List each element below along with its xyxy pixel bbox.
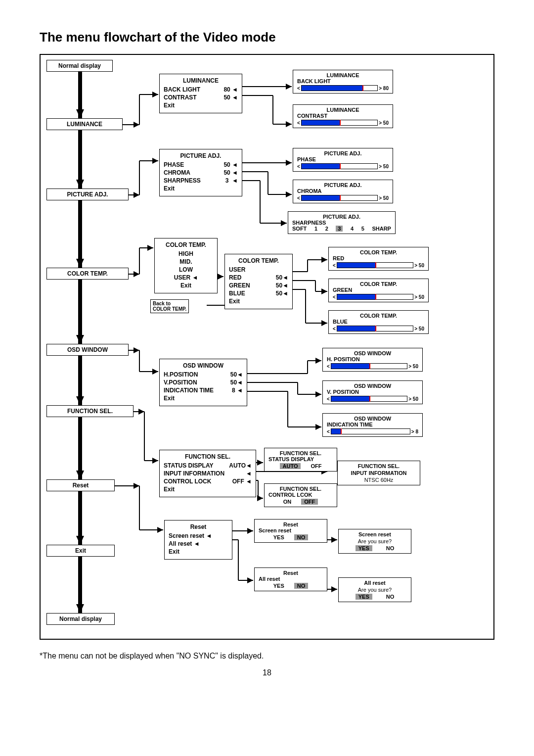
input-info-panel: FUNCTION SEL. INPUT INFORMATION NTSC 60H… — [337, 461, 420, 485]
luminance-exit: Exit — [164, 102, 175, 109]
colortemp-user-menu: COLOR TEMP. USER RED50◄ GREEN50◄ BLUE50◄… — [224, 254, 293, 309]
function-menu: FUNCTION SEL. STATUS DISPLAYAUTO◄ INPUT … — [159, 450, 256, 497]
svg-marker-1 — [76, 109, 84, 118]
page-title: The menu flowchart of the Video mode — [40, 30, 494, 45]
svg-marker-5 — [76, 396, 84, 405]
picture-adj-box: PICTURE ADJ. — [46, 189, 129, 200]
svg-marker-3 — [76, 259, 84, 268]
screen-reset-confirm: Reset Screen reset YESNO — [254, 519, 327, 543]
color-temp-box: COLOR TEMP. — [46, 268, 129, 280]
gauge-indication: OSD WINDOW INDICATION TIME <> 8 — [322, 413, 423, 437]
luminance-menu-header: LUMINANCE — [164, 77, 238, 84]
exit-box: Exit — [46, 545, 115, 557]
luminance-box: LUMINANCE — [46, 118, 123, 130]
osd-menu: OSD WINDOW H.POSITION50◄ V.POSITION50◄ I… — [159, 359, 247, 406]
gauge-green: COLOR TEMP. GREEN <> 50 — [328, 279, 429, 302]
osd-window-box: OSD WINDOW — [46, 344, 129, 356]
screen-reset-sure: Screen reset Are you sure? YESNO — [338, 529, 411, 554]
function-sel-box: FUNCTION SEL. — [46, 405, 134, 417]
svg-marker-4 — [76, 335, 84, 344]
gauge-hpos: OSD WINDOW H. POSITION <> 50 — [322, 348, 423, 372]
gauge-blue: COLOR TEMP. BLUE <> 50 — [328, 310, 429, 334]
footnote: *The menu can not be displayed when "NO … — [40, 652, 494, 661]
backlight-label: BACK LIGHT — [164, 86, 200, 93]
reset-menu: Reset Screen reset ◄ All reset ◄ Exit — [164, 520, 232, 560]
luminance-menu: LUMINANCE BACK LIGHT80 ◄ CONTRAST50 ◄ Ex… — [159, 74, 242, 113]
status-display-opt: FUNCTION SEL. STATUS DISPLAY AUTOOFF — [264, 448, 337, 472]
flowchart-container: Normal display LUMINANCE PICTURE ADJ. CO… — [40, 54, 494, 640]
gauge-phase: PICTURE ADJ. PHASE <> 50 — [293, 148, 393, 172]
colortemp-menu: COLOR TEMP. HIGH MID. LOW USER ◄ Exit — [154, 238, 218, 293]
start-box: Normal display — [46, 60, 113, 72]
backlight-val: 80 ◄ — [223, 86, 238, 93]
picture-menu: PICTURE ADJ. PHASE50 ◄ CHROMA50 ◄ SHARPN… — [159, 149, 242, 196]
contrast-label: CONTRAST — [164, 94, 197, 101]
gauge-chroma: PICTURE ADJ. CHROMA <> 50 — [293, 180, 393, 203]
svg-marker-6 — [76, 471, 84, 479]
contrast-val: 50 ◄ — [223, 94, 238, 101]
sharpness-panel: PICTURE ADJ. SHARPNESS SOFT 1 2 3 4 5 SH… — [288, 211, 396, 234]
gauge-contrast: LUMINANCE CONTRAST <> 50 — [293, 104, 393, 128]
gauge-vpos: OSD WINDOW V. POSITION <> 50 — [322, 380, 423, 404]
svg-marker-8 — [76, 604, 84, 613]
end-box: Normal display — [46, 613, 115, 625]
back-to-colortemp-label: Back toCOLOR TEMP. — [150, 299, 189, 313]
all-reset-sure: All reset Are you sure? YESNO — [338, 577, 411, 602]
svg-marker-2 — [76, 180, 84, 189]
reset-box: Reset — [46, 479, 115, 491]
all-reset-confirm: Reset All reset YESNO — [254, 567, 327, 591]
gauge-red: COLOR TEMP. RED <> 50 — [328, 247, 429, 271]
gauge-backlight: LUMINANCE BACK LIGHT <> 80 — [293, 70, 393, 94]
page-number: 18 — [40, 668, 494, 677]
svg-marker-7 — [76, 536, 84, 545]
control-lock-opt: FUNCTION SEL. CONTROL LCOK ONOFF — [264, 483, 337, 507]
